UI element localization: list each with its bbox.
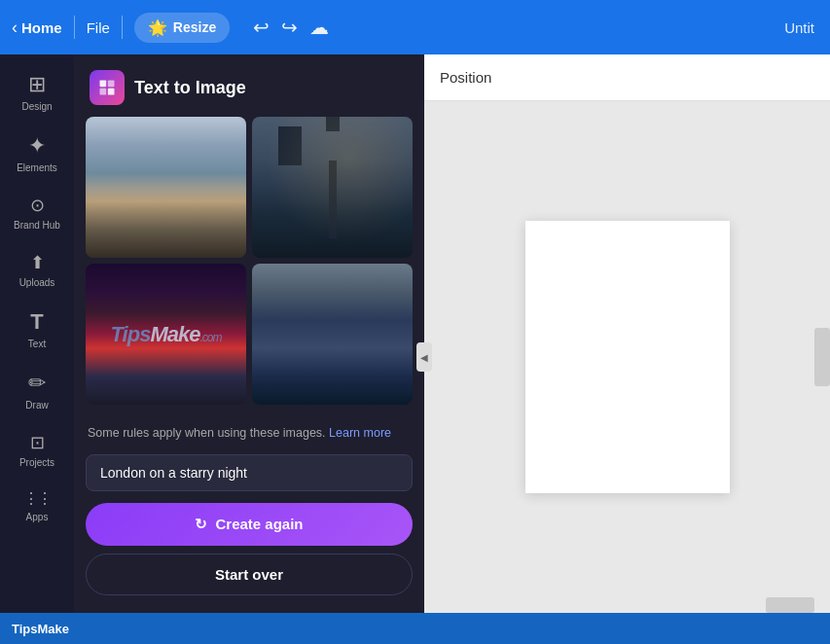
sidebar-item-elements[interactable]: ✦ Elements — [0, 124, 74, 183]
elements-icon: ✦ — [28, 133, 46, 159]
design-icon: ⊞ — [28, 72, 46, 97]
bottombar: TipsMake — [0, 613, 830, 644]
topbar-divider — [74, 16, 75, 39]
sidebar-item-text[interactable]: T Text — [0, 300, 74, 359]
generated-images-grid: TipsMake.com — [74, 117, 424, 416]
topbar: ‹ Home File 🌟 Resize ↩ ↪ ☁ Untit — [0, 0, 830, 54]
redo-button[interactable]: ↪ — [281, 16, 298, 39]
right-panel: Position ◀ — [424, 54, 830, 613]
projects-icon: ⊡ — [30, 432, 45, 453]
sidebar-uploads-label: Uploads — [19, 277, 55, 288]
canvas-document — [525, 221, 730, 493]
topbar-actions: ↩ ↪ ☁ — [253, 16, 329, 39]
sidebar-item-draw[interactable]: ✏ Draw — [0, 361, 74, 420]
create-again-button[interactable]: ↻ Create again — [86, 503, 413, 546]
resize-label: Resize — [173, 19, 216, 35]
sidebar-item-apps[interactable]: ⋮⋮ Apps — [0, 480, 74, 532]
sidebar-item-uploads[interactable]: ⬆ Uploads — [0, 242, 74, 298]
create-again-label: Create again — [215, 516, 303, 532]
cloud-save-button[interactable]: ☁ — [309, 16, 329, 39]
resize-emoji: 🌟 — [148, 18, 167, 37]
sidebar-item-design[interactable]: ⊞ Design — [0, 62, 74, 122]
position-header: Position — [424, 54, 830, 101]
document-title: Untit — [784, 19, 814, 36]
start-over-button[interactable]: Start over — [86, 554, 413, 595]
rules-notice: Some rules apply when using these images… — [74, 416, 424, 454]
resize-button[interactable]: 🌟 Resize — [134, 13, 230, 43]
topbar-divider-2 — [122, 16, 123, 39]
learn-more-link[interactable]: Learn more — [329, 426, 391, 440]
sidebar-apps-label: Apps — [26, 512, 49, 522]
generated-image-2[interactable] — [252, 117, 413, 258]
sidebar-brand-hub-label: Brand Hub — [14, 220, 60, 231]
generated-image-3[interactable]: TipsMake.com — [86, 264, 246, 405]
home-link[interactable]: Home — [21, 19, 62, 36]
position-title: Position — [440, 69, 491, 86]
panel-title: Text to Image — [134, 78, 246, 98]
canvas-area[interactable]: ◀ — [424, 101, 830, 613]
sidebar-item-projects[interactable]: ⊡ Projects — [0, 422, 74, 478]
svg-rect-1 — [108, 81, 115, 88]
svg-rect-2 — [100, 89, 107, 95]
main-layout: ⊞ Design ✦ Elements ⊙ Brand Hub ⬆ Upload… — [0, 54, 830, 613]
text-to-image-panel: Text to Image TipsMake.com Some rules ap… — [74, 54, 424, 613]
sidebar-design-label: Design — [21, 101, 52, 112]
sidebar-item-brand-hub[interactable]: ⊙ Brand Hub — [0, 185, 74, 240]
undo-button[interactable]: ↩ — [253, 16, 270, 39]
generated-image-1[interactable] — [86, 117, 246, 258]
sidebar-projects-label: Projects — [19, 457, 54, 468]
sidebar-text-label: Text — [28, 339, 46, 349]
brand-label: TipsMake — [12, 622, 69, 636]
panel-header: Text to Image — [74, 54, 424, 117]
scrollbar-horizontal[interactable] — [766, 597, 814, 613]
sidebar-elements-label: Elements — [17, 162, 57, 173]
scrollbar-vertical[interactable] — [814, 328, 830, 386]
back-button[interactable]: ‹ — [12, 18, 18, 38]
brand-hub-icon: ⊙ — [30, 195, 45, 216]
text-to-image-icon — [90, 70, 125, 105]
file-menu[interactable]: File — [87, 19, 110, 36]
text-icon: T — [30, 309, 43, 335]
svg-rect-3 — [108, 89, 115, 95]
create-icon: ↻ — [195, 516, 207, 533]
panel-collapse-arrow[interactable]: ◀ — [416, 342, 432, 372]
topbar-left-nav: ‹ Home File 🌟 Resize — [12, 13, 230, 43]
apps-icon: ⋮⋮ — [23, 489, 51, 508]
draw-icon: ✏ — [28, 371, 46, 396]
sidebar-draw-label: Draw — [25, 400, 48, 411]
sidebar: ⊞ Design ✦ Elements ⊙ Brand Hub ⬆ Upload… — [0, 54, 74, 613]
generated-image-4[interactable] — [252, 264, 413, 405]
svg-rect-0 — [100, 81, 107, 88]
prompt-input[interactable] — [86, 454, 413, 491]
uploads-icon: ⬆ — [30, 252, 45, 273]
